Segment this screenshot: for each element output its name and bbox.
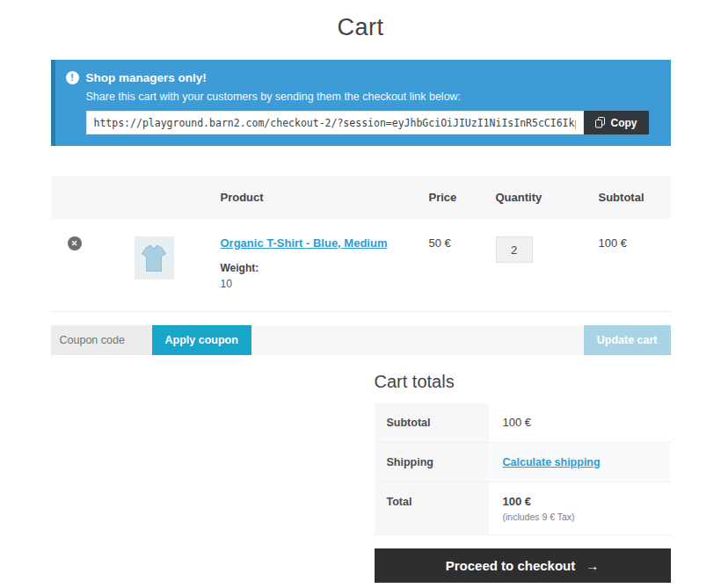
cart-actions-row: Apply coupon Update cart [51,325,671,355]
price-cell: 50 € [420,219,486,311]
header-quantity: Quantity [486,176,583,219]
tax-note: (includes 9 € Tax) [503,512,671,522]
coupon-code-input[interactable] [51,325,152,355]
total-value: 100 € [503,495,671,508]
shipping-value: Calculate shipping [489,443,671,482]
page-title: Cart [0,0,721,41]
header-remove-spacer [51,176,135,219]
product-cell: Organic T-Shirt - Blue, Medium Weight: 1… [221,219,420,311]
cart-totals-table: Subtotal 100 € Shipping Calculate shippi… [375,403,671,535]
quantity-cell [486,219,583,311]
shipping-label: Shipping [375,443,489,482]
notice-header: ! Shop managers only! [66,71,649,84]
info-icon: ! [66,71,79,84]
cart-totals-heading: Cart totals [375,372,671,392]
checkout-label: Proceed to checkout [446,558,576,573]
copy-button[interactable]: Copy [584,111,649,134]
product-meta-label: Weight: [221,262,420,274]
shipping-row: Shipping Calculate shipping [375,443,671,483]
product-meta-value: 10 [221,278,420,290]
total-row: Total 100 € (includes 9 € Tax) [375,483,671,535]
cart-table: Product Price Quantity Subtotal ✕ [51,176,671,312]
cart-item-row: ✕ Organic T-Shirt - Blue, Medium Weight:… [51,219,671,311]
subtotal-row: Subtotal 100 € [375,403,671,443]
header-price: Price [420,176,486,219]
thumbnail-cell [135,219,221,311]
cart-totals-section: Cart totals Subtotal 100 € Shipping Calc… [375,372,671,583]
copy-icon [595,117,606,128]
tshirt-image [139,243,169,274]
checkout-link-row: Copy [86,111,649,134]
subtotal-label: Subtotal [375,403,489,442]
cart-page: Cart ! Shop managers only! Share this ca… [0,0,721,588]
quantity-input[interactable] [496,236,533,263]
checkout-link-input[interactable] [86,111,584,134]
total-value-cell: 100 € (includes 9 € Tax) [489,483,671,534]
calculate-shipping-link[interactable]: Calculate shipping [503,456,601,468]
subtotal-cell: 100 € [583,219,671,311]
apply-coupon-button[interactable]: Apply coupon [152,325,251,355]
notice-message: Share this cart with your customers by s… [86,91,649,103]
update-cart-button[interactable]: Update cart [584,325,671,355]
remove-cell: ✕ [51,219,135,311]
cart-table-header: Product Price Quantity Subtotal [51,176,671,219]
proceed-to-checkout-button[interactable]: Proceed to checkout → [375,548,671,583]
total-label: Total [375,483,489,534]
copy-label: Copy [611,117,637,129]
shop-managers-notice: ! Shop managers only! Share this cart wi… [51,60,671,146]
notice-heading: Shop managers only! [86,71,207,84]
header-product: Product [221,176,420,219]
header-subtotal: Subtotal [583,176,671,219]
remove-item-button[interactable]: ✕ [68,236,82,250]
product-link[interactable]: Organic T-Shirt - Blue, Medium [221,236,388,250]
subtotal-value: 100 € [489,403,671,442]
content-container: ! Shop managers only! Share this cart wi… [51,60,671,583]
product-thumbnail[interactable] [135,236,174,279]
header-thumbnail-spacer [135,176,221,219]
checkout-arrow-icon: → [586,558,599,573]
